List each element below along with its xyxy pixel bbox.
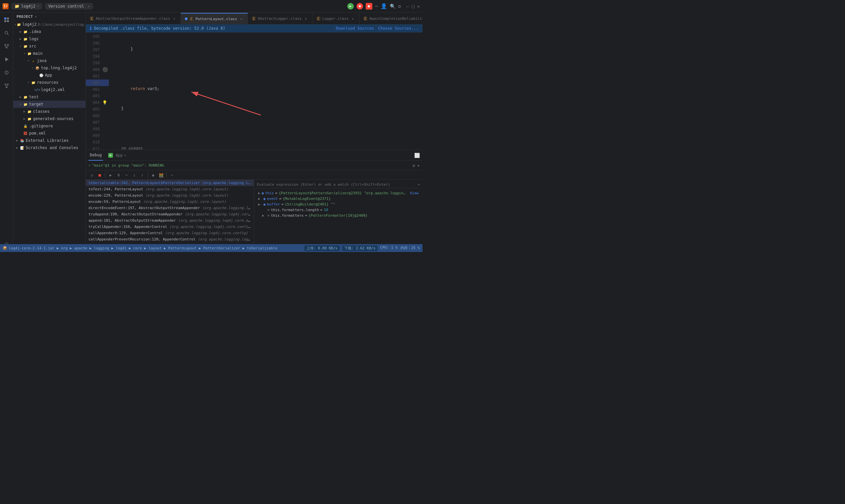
callstack-item-7[interactable]: tryCallAppender:156, AppenderControl (or… <box>86 223 254 230</box>
expand-debug-icon[interactable]: ⬜ <box>414 153 420 158</box>
close-button[interactable]: ✕ <box>417 4 420 9</box>
filter-icon[interactable]: ⊘ <box>412 163 415 168</box>
sidebar-item-src[interactable]: ▾ 📁 src <box>13 42 86 50</box>
person-icon[interactable]: 👤 <box>381 3 387 9</box>
var-expand-buffer-icon[interactable]: ▶ <box>258 202 262 206</box>
sidebar-item-target[interactable]: ▾ 📁 target <box>13 101 86 108</box>
debug-status: ✓ "main"@1 in group "main": RUNNING <box>88 163 164 167</box>
code-editor[interactable]: 395 396 397 398 399 400 ● 401 401 402 40… <box>86 33 423 150</box>
sidebar-item-log4j2-xml[interactable]: ▶ </> log4j2.xml <box>13 86 86 93</box>
svg-point-13 <box>6 73 7 74</box>
activity-structure-icon[interactable] <box>2 81 11 90</box>
tab-await[interactable]: C AwaitCompletionReliabilityStrategy.cla… <box>359 13 423 24</box>
sidebar-title: Project <box>17 15 33 19</box>
callstack-item-8[interactable]: callAppender0:129, AppenderControl (org.… <box>86 230 254 236</box>
sidebar-item-scratches[interactable]: ▶ 📝 Scratches and Consoles <box>13 144 86 151</box>
sidebar-item-pom[interactable]: ▶ 🅼 pom.xml <box>13 130 86 137</box>
choose-sources-link[interactable]: Choose Sources... <box>378 26 419 31</box>
app-tab-label: App <box>116 153 123 158</box>
stop-debug-button[interactable]: ■ <box>96 172 103 178</box>
more-debug-button[interactable]: ⋯ <box>169 172 175 178</box>
minimize-button[interactable]: — <box>406 4 409 9</box>
record-button[interactable]: ⏺ <box>356 3 363 10</box>
resume-button[interactable]: ▶ <box>107 172 114 178</box>
idea-label: .idea <box>29 29 41 34</box>
run-button[interactable]: ▶ <box>347 3 354 10</box>
callstack-item-5[interactable]: tryAppend:190, AbstractOutputStreamAppen… <box>86 211 254 217</box>
sidebar-item-java[interactable]: ▾ ☕ java <box>13 57 86 64</box>
maximize-button[interactable]: ▢ <box>411 4 414 9</box>
var-item-formatters-length[interactable]: ▶ ∞ this.formatters.length = 10 <box>257 207 420 213</box>
settings-button[interactable]: ⚙ <box>398 4 401 9</box>
more-button[interactable]: ⋯ <box>375 3 378 9</box>
sidebar-item-classes[interactable]: ▶ 📁 classes <box>13 108 86 115</box>
sidebar-item-app[interactable]: ▶ ⚪ App <box>13 72 86 79</box>
tab-class-icon: C <box>90 17 94 21</box>
var-item-event[interactable]: ▶ ◉ event = {MutableLogEvent@2371} <box>257 196 420 201</box>
callstack-item-0[interactable]: toSerializable:342, PatternLayout$Patter… <box>86 180 254 186</box>
sidebar-item-idea[interactable]: ▶ 📁 .idea <box>13 28 86 35</box>
sidebar-item-resources[interactable]: ▾ 📁 resources <box>13 79 86 86</box>
tab-close-icon[interactable]: ✕ <box>172 16 177 21</box>
step-over-button[interactable]: ↷ <box>123 172 130 178</box>
eval-expand-icon[interactable]: ▾ <box>418 182 420 187</box>
tab-close-icon[interactable]: ✕ <box>239 17 244 21</box>
sidebar-item-logs[interactable]: ▶ 📁 logs <box>13 35 86 42</box>
sidebar-item-generated-sources[interactable]: ▶ 📁 generated-sources <box>13 115 86 122</box>
tab-label: AbstractOutputStreamAppender.class <box>96 17 170 21</box>
var-expand-event-icon[interactable]: ▶ <box>258 197 262 201</box>
app-tab-close-icon[interactable]: ✕ <box>124 154 126 157</box>
var-item-formatters[interactable]: ▶ ∞ this.formatters = {PatternFormatter[… <box>257 213 420 218</box>
eval-placeholder[interactable]: Evaluate expression (Enter) or add a wat… <box>257 182 390 187</box>
callstack-item-6[interactable]: append:181, AbstractOutputStreamAppender… <box>86 217 254 223</box>
bulb-icon[interactable]: 💡 <box>102 100 107 105</box>
sidebar-item-main[interactable]: ▾ 📁 main <box>13 50 86 57</box>
activity-git-icon[interactable] <box>2 41 11 51</box>
sidebar-item-test[interactable]: ▶ 📁 test <box>13 93 86 101</box>
filter-expand-icon[interactable]: ▾ <box>417 163 420 168</box>
tab-abstract-logger[interactable]: C AbstractLogger.class ✕ <box>248 13 312 24</box>
tab-close-icon[interactable]: ✕ <box>351 16 355 21</box>
callstack-item-3[interactable]: encode:59, PatternLayout (org.apache.log… <box>86 199 254 205</box>
sidebar-item-log4j2-root[interactable]: ▾ 📁 log4j2 D:\Java\javaproject\log... <box>13 21 86 28</box>
tab-close-icon[interactable]: ✕ <box>304 16 308 21</box>
vcs-selector[interactable]: Version control ▾ <box>45 3 93 10</box>
activity-debug-icon[interactable] <box>2 68 11 77</box>
sidebar-item-external-libraries[interactable]: ▶ 📚 External Libraries <box>13 137 86 144</box>
debug-tab-debug[interactable]: Debug <box>88 150 103 161</box>
project-selector[interactable]: 📁 log4j2 ▾ <box>11 3 42 10</box>
debug-tab-app[interactable]: ▶ App ✕ <box>107 150 127 161</box>
sidebar-item-package[interactable]: ▾ 📦 top.lnng.log4j2 <box>13 64 86 72</box>
callstack-item-4[interactable]: directEncodeEvent:197, AbstractOutputStr… <box>86 205 254 211</box>
step-out-button[interactable]: ↑ <box>139 172 145 178</box>
activity-run-icon[interactable] <box>2 55 11 64</box>
view-link[interactable]: View <box>410 191 419 195</box>
tab-logger[interactable]: C Logger.class ✕ <box>313 13 360 24</box>
callstack-item-1[interactable]: toText:244, PatternLayout (org.apache.lo… <box>86 186 254 192</box>
tree-arrow-icon: ▾ <box>18 102 22 106</box>
sidebar-item-gitignore[interactable]: ▶ 🔒 .gitignore <box>13 122 86 130</box>
download-sources-link[interactable]: Download Sources <box>336 26 374 31</box>
var-item-this[interactable]: ▶ ◉ this = {PatternLayout$PatternSeriali… <box>257 190 420 196</box>
var-icon-this: ◉ <box>262 191 264 195</box>
run-to-cursor-button[interactable]: ◉ <box>150 172 156 178</box>
tab-abstract-output[interactable]: C AbstractOutputStreamAppender.class ✕ <box>86 13 181 24</box>
activity-project-icon[interactable] <box>2 15 11 24</box>
activity-search-icon[interactable] <box>2 29 11 38</box>
tab-pattern-layout[interactable]: C PatternLayout.class ✕ <box>181 13 248 24</box>
var-expand-formatters-icon[interactable]: ▶ <box>262 213 266 218</box>
main-label: main <box>33 51 42 56</box>
generated-sources-label: generated-sources <box>33 116 74 121</box>
callstack-item-9[interactable]: callAppenderPreventRecursion:120, Append… <box>86 236 254 242</box>
step-into-button[interactable]: ↓ <box>131 172 138 178</box>
callstack-item-2[interactable]: encode:229, PatternLayout (org.apache.lo… <box>86 192 254 199</box>
gutter-407 <box>102 119 109 126</box>
search-button[interactable]: 🔍 <box>390 4 395 9</box>
var-item-buffer[interactable]: ▶ ◉ buffer = {StringBuilder@2401} "" <box>257 201 420 207</box>
var-expand-this-icon[interactable]: ▶ <box>258 191 261 195</box>
evaluate-expression-button[interactable]: 🧮 <box>158 172 164 178</box>
debug-filter-area: ⊘ ▾ <box>412 163 420 168</box>
stop-button[interactable]: ■ <box>366 3 372 10</box>
restart-debug-button[interactable]: ↺ <box>88 172 95 178</box>
pause-button[interactable]: ⏸ <box>115 172 122 178</box>
